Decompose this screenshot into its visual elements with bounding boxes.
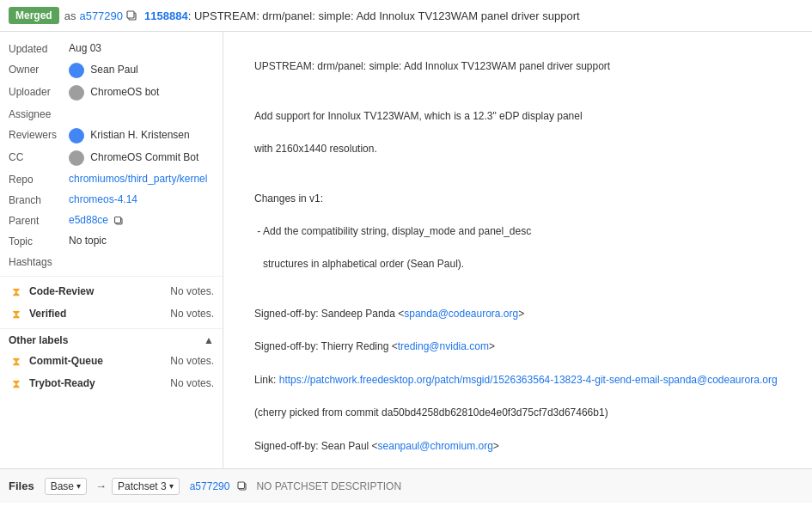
- commit-queue-value: No votes.: [170, 355, 214, 367]
- copy-commit-icon[interactable]: [125, 9, 137, 21]
- verified-row: ⧗ Verified No votes.: [0, 302, 223, 325]
- branch-row: Branch chromeos-4.14: [0, 190, 223, 211]
- branch-label: Branch: [9, 193, 69, 206]
- topic-row: Topic No topic: [0, 231, 223, 252]
- verified-label: Verified: [29, 308, 170, 320]
- no-patchset-text: NO PATCHSET DESCRIPTION: [256, 480, 401, 492]
- cc-value: ChromeOS Commit Bot: [69, 150, 214, 166]
- header-bar: Merged as a577290 1158884 : UPSTREAM: dr…: [0, 0, 812, 32]
- parent-label: Parent: [9, 214, 69, 227]
- topic-value: No topic: [69, 235, 214, 247]
- uploader-avatar: [69, 85, 84, 101]
- commit-queue-icon: ⧗: [9, 353, 24, 369]
- hashtags-row: Hashtags: [0, 252, 223, 272]
- code-review-icon: ⧗: [9, 284, 24, 299]
- assignee-row: Assignee: [0, 104, 223, 125]
- other-labels-header: Other labels ▲: [0, 328, 223, 350]
- uploader-label: Uploader: [9, 85, 69, 98]
- owner-avatar: [69, 63, 84, 78]
- link-line: Link: https://patchwork.freedesktop.org/…: [254, 374, 778, 386]
- signed-off-seanpaul: Signed-off-by: Sean Paul <seanpaul@chrom…: [254, 440, 499, 452]
- trybot-ready-icon: ⧗: [9, 376, 24, 391]
- as-text: as: [64, 9, 76, 22]
- commit-message: UPSTREAM: drm/panel: simple: Add Innolux…: [237, 42, 798, 468]
- merged-badge: Merged: [9, 7, 59, 24]
- collapse-icon[interactable]: ▲: [204, 334, 214, 346]
- signed-off-thierry: Signed-off-by: Thierry Reding <treding@n…: [254, 340, 495, 352]
- votes-section: ⧗ Code-Review No votes. ⧗ Verified No vo…: [0, 276, 223, 325]
- seanpaul-link[interactable]: seanpaul@chromium.org: [378, 440, 493, 452]
- freedesktop-link[interactable]: https://patchwork.freedesktop.org/patch/…: [279, 374, 778, 386]
- commit-queue-label: Commit-Queue: [29, 355, 170, 367]
- sidebar: Updated Aug 03 Owner Sean Paul Uploader …: [0, 32, 223, 468]
- reviewers-row: Reviewers Kristian H. Kristensen: [0, 125, 223, 147]
- cc-avatar: [69, 150, 84, 166]
- code-review-row: ⧗ Code-Review No votes.: [0, 280, 223, 302]
- base-select[interactable]: Base ▾: [45, 478, 87, 495]
- svg-rect-3: [115, 217, 121, 223]
- reviewer-avatar: [69, 128, 84, 144]
- patchset-caret-icon: ▾: [169, 481, 174, 491]
- uploader-row: Uploader ChromeOS bot: [0, 82, 223, 104]
- base-caret-icon: ▾: [76, 481, 81, 491]
- svg-rect-1: [127, 11, 134, 18]
- topic-label: Topic: [9, 235, 69, 247]
- copy-parent-icon[interactable]: [113, 216, 124, 226]
- trybot-ready-row: ⧗ Trybot-Ready No votes.: [0, 372, 223, 394]
- signed-off-sandeep: Signed-off-by: Sandeep Panda <spanda@cod…: [254, 308, 524, 320]
- footer-commit-link[interactable]: a577290: [190, 480, 230, 492]
- change-id-link[interactable]: 1158884: [144, 9, 188, 22]
- updated-label: Updated: [9, 42, 69, 55]
- reviewers-value: Kristian H. Kristensen: [69, 128, 214, 144]
- svg-rect-5: [238, 482, 245, 489]
- spanda-link[interactable]: spanda@codeaurora.org: [404, 308, 518, 320]
- repo-label: Repo: [9, 173, 69, 186]
- arrow-right-icon: →: [95, 480, 107, 492]
- trybot-ready-value: No votes.: [170, 377, 214, 389]
- files-label: Files: [9, 480, 34, 492]
- header-title-text: : UPSTREAM: drm/panel: simple: Add Innol…: [188, 9, 580, 22]
- patchset-select[interactable]: Patchset 3 ▾: [112, 478, 180, 495]
- treding-link[interactable]: treding@nvidia.com: [398, 340, 489, 352]
- footer-bar: Files Base ▾ → Patchset 3 ▾ a577290 NO P…: [0, 468, 812, 503]
- cc-row: CC ChromeOS Commit Bot: [0, 147, 223, 169]
- main-content: Updated Aug 03 Owner Sean Paul Uploader …: [0, 32, 812, 468]
- parent-row: Parent e5d88ce: [0, 211, 223, 231]
- owner-value: Sean Paul: [69, 63, 214, 78]
- other-labels-title: Other labels: [9, 334, 68, 346]
- trybot-ready-label: Trybot-Ready: [29, 377, 170, 389]
- owner-row: Owner Sean Paul: [0, 59, 223, 82]
- verified-icon: ⧗: [9, 306, 24, 321]
- code-review-value: No votes.: [170, 285, 214, 297]
- updated-row: Updated Aug 03: [0, 39, 223, 59]
- hashtags-label: Hashtags: [9, 255, 69, 268]
- commit-queue-row: ⧗ Commit-Queue No votes.: [0, 350, 223, 372]
- uploader-value: ChromeOS bot: [69, 85, 214, 101]
- branch-value: chromeos-4.14: [69, 193, 214, 205]
- copy-footer-commit-icon[interactable]: [236, 480, 247, 492]
- parent-value: e5d88ce: [69, 214, 214, 226]
- code-review-label: Code-Review: [29, 285, 170, 297]
- verified-value: No votes.: [170, 308, 214, 320]
- updated-value: Aug 03: [69, 42, 214, 54]
- repo-value: chromiumos/third_party/kernel: [69, 173, 214, 185]
- owner-label: Owner: [9, 63, 69, 76]
- cc-label: CC: [9, 150, 69, 163]
- reviewers-label: Reviewers: [9, 128, 69, 141]
- assignee-label: Assignee: [9, 107, 69, 120]
- commit-link[interactable]: a577290: [79, 9, 123, 22]
- repo-row: Repo chromiumos/third_party/kernel: [0, 169, 223, 190]
- content-area: UPSTREAM: drm/panel: simple: Add Innolux…: [223, 32, 812, 468]
